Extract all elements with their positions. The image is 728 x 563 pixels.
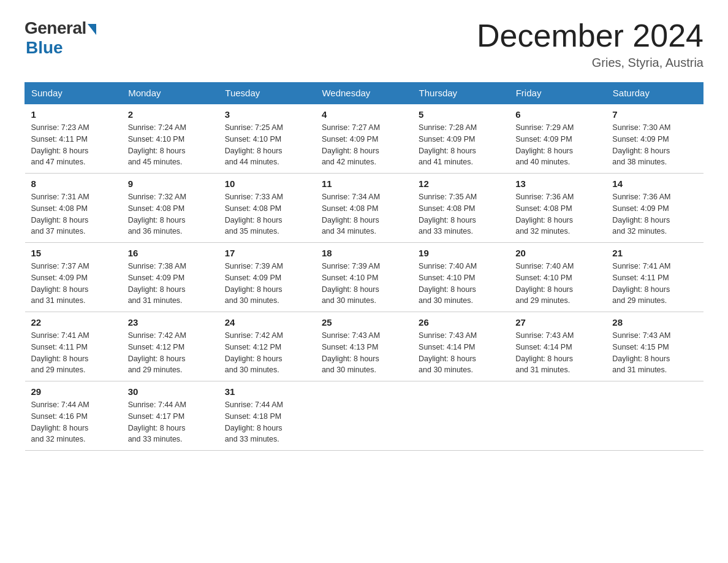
day-cell: 6Sunrise: 7:29 AMSunset: 4:09 PMDaylight… bbox=[509, 104, 606, 174]
day-info: Sunrise: 7:23 AMSunset: 4:11 PMDaylight:… bbox=[31, 122, 116, 168]
day-number: 20 bbox=[515, 248, 600, 258]
logo-arrow-icon bbox=[88, 24, 96, 35]
day-number: 13 bbox=[515, 178, 600, 189]
day-number: 17 bbox=[225, 248, 309, 258]
day-info: Sunrise: 7:43 AMSunset: 4:14 PMDaylight:… bbox=[515, 330, 600, 376]
day-info: Sunrise: 7:27 AMSunset: 4:09 PMDaylight:… bbox=[322, 122, 406, 168]
day-cell: 14Sunrise: 7:36 AMSunset: 4:09 PMDayligh… bbox=[606, 174, 703, 243]
day-cell: 17Sunrise: 7:39 AMSunset: 4:09 PMDayligh… bbox=[219, 243, 316, 312]
day-number: 27 bbox=[515, 317, 600, 327]
day-info: Sunrise: 7:32 AMSunset: 4:08 PMDaylight:… bbox=[128, 191, 213, 237]
column-header-tuesday: Tuesday bbox=[219, 83, 316, 104]
day-number: 11 bbox=[322, 178, 406, 189]
day-cell: 24Sunrise: 7:42 AMSunset: 4:12 PMDayligh… bbox=[219, 312, 316, 381]
day-cell: 22Sunrise: 7:41 AMSunset: 4:11 PMDayligh… bbox=[25, 312, 122, 381]
day-info: Sunrise: 7:40 AMSunset: 4:10 PMDaylight:… bbox=[419, 261, 503, 307]
day-cell: 5Sunrise: 7:28 AMSunset: 4:09 PMDaylight… bbox=[412, 104, 509, 174]
day-info: Sunrise: 7:41 AMSunset: 4:11 PMDaylight:… bbox=[612, 261, 697, 307]
week-row-5: 29Sunrise: 7:44 AMSunset: 4:16 PMDayligh… bbox=[25, 381, 703, 451]
column-header-friday: Friday bbox=[509, 83, 606, 104]
day-cell: 27Sunrise: 7:43 AMSunset: 4:14 PMDayligh… bbox=[509, 312, 606, 381]
day-info: Sunrise: 7:35 AMSunset: 4:08 PMDaylight:… bbox=[419, 191, 503, 237]
day-cell: 18Sunrise: 7:39 AMSunset: 4:10 PMDayligh… bbox=[316, 243, 412, 312]
title-section: December 2024 Gries, Styria, Austria bbox=[477, 18, 703, 70]
day-info: Sunrise: 7:34 AMSunset: 4:08 PMDaylight:… bbox=[322, 191, 406, 237]
day-cell: 7Sunrise: 7:30 AMSunset: 4:09 PMDaylight… bbox=[606, 104, 703, 174]
day-cell: 21Sunrise: 7:41 AMSunset: 4:11 PMDayligh… bbox=[606, 243, 703, 312]
day-info: Sunrise: 7:24 AMSunset: 4:10 PMDaylight:… bbox=[128, 122, 213, 168]
day-cell: 26Sunrise: 7:43 AMSunset: 4:14 PMDayligh… bbox=[412, 312, 509, 381]
day-cell: 11Sunrise: 7:34 AMSunset: 4:08 PMDayligh… bbox=[316, 174, 412, 243]
day-info: Sunrise: 7:36 AMSunset: 4:08 PMDaylight:… bbox=[515, 191, 600, 237]
day-number: 22 bbox=[31, 317, 116, 327]
day-cell: 9Sunrise: 7:32 AMSunset: 4:08 PMDaylight… bbox=[122, 174, 219, 243]
day-cell: 28Sunrise: 7:43 AMSunset: 4:15 PMDayligh… bbox=[606, 312, 703, 381]
day-number: 7 bbox=[612, 109, 697, 120]
day-cell: 2Sunrise: 7:24 AMSunset: 4:10 PMDaylight… bbox=[122, 104, 219, 174]
calendar-table: SundayMondayTuesdayWednesdayThursdayFrid… bbox=[25, 82, 703, 451]
column-header-saturday: Saturday bbox=[606, 83, 703, 104]
day-info: Sunrise: 7:43 AMSunset: 4:15 PMDaylight:… bbox=[612, 330, 697, 376]
day-number: 26 bbox=[419, 317, 503, 327]
day-number: 15 bbox=[31, 248, 116, 258]
day-cell bbox=[509, 381, 606, 451]
day-info: Sunrise: 7:30 AMSunset: 4:09 PMDaylight:… bbox=[612, 122, 697, 168]
day-cell: 31Sunrise: 7:44 AMSunset: 4:18 PMDayligh… bbox=[219, 381, 316, 451]
day-number: 21 bbox=[612, 248, 697, 258]
day-number: 29 bbox=[31, 386, 116, 397]
day-cell: 16Sunrise: 7:38 AMSunset: 4:09 PMDayligh… bbox=[122, 243, 219, 312]
column-header-sunday: Sunday bbox=[25, 83, 122, 104]
day-cell: 10Sunrise: 7:33 AMSunset: 4:08 PMDayligh… bbox=[219, 174, 316, 243]
day-number: 19 bbox=[419, 248, 503, 258]
day-cell: 15Sunrise: 7:37 AMSunset: 4:09 PMDayligh… bbox=[25, 243, 122, 312]
logo: General Blue bbox=[25, 18, 96, 58]
column-header-wednesday: Wednesday bbox=[316, 83, 412, 104]
day-number: 14 bbox=[612, 178, 697, 189]
day-number: 5 bbox=[419, 109, 503, 120]
day-info: Sunrise: 7:41 AMSunset: 4:11 PMDaylight:… bbox=[31, 330, 116, 376]
day-number: 16 bbox=[128, 248, 213, 258]
column-header-thursday: Thursday bbox=[412, 83, 509, 104]
week-row-3: 15Sunrise: 7:37 AMSunset: 4:09 PMDayligh… bbox=[25, 243, 703, 312]
day-info: Sunrise: 7:25 AMSunset: 4:10 PMDaylight:… bbox=[225, 122, 309, 168]
day-info: Sunrise: 7:44 AMSunset: 4:16 PMDaylight:… bbox=[31, 399, 116, 445]
day-number: 6 bbox=[515, 109, 600, 120]
day-cell: 25Sunrise: 7:43 AMSunset: 4:13 PMDayligh… bbox=[316, 312, 412, 381]
day-number: 2 bbox=[128, 109, 213, 120]
day-info: Sunrise: 7:33 AMSunset: 4:08 PMDaylight:… bbox=[225, 191, 309, 237]
day-number: 3 bbox=[225, 109, 309, 120]
day-cell: 1Sunrise: 7:23 AMSunset: 4:11 PMDaylight… bbox=[25, 104, 122, 174]
day-cell bbox=[316, 381, 412, 451]
day-number: 31 bbox=[225, 386, 309, 397]
day-number: 18 bbox=[322, 248, 406, 258]
calendar-title: December 2024 bbox=[477, 18, 703, 53]
day-cell: 29Sunrise: 7:44 AMSunset: 4:16 PMDayligh… bbox=[25, 381, 122, 451]
day-number: 23 bbox=[128, 317, 213, 327]
day-info: Sunrise: 7:43 AMSunset: 4:14 PMDaylight:… bbox=[419, 330, 503, 376]
day-info: Sunrise: 7:29 AMSunset: 4:09 PMDaylight:… bbox=[515, 122, 600, 168]
day-number: 1 bbox=[31, 109, 116, 120]
day-number: 12 bbox=[419, 178, 503, 189]
day-info: Sunrise: 7:28 AMSunset: 4:09 PMDaylight:… bbox=[419, 122, 503, 168]
page-header: General Blue December 2024 Gries, Styria… bbox=[25, 18, 703, 70]
day-info: Sunrise: 7:44 AMSunset: 4:18 PMDaylight:… bbox=[225, 399, 309, 445]
day-number: 28 bbox=[612, 317, 697, 327]
day-info: Sunrise: 7:39 AMSunset: 4:10 PMDaylight:… bbox=[322, 261, 406, 307]
day-number: 24 bbox=[225, 317, 309, 327]
day-info: Sunrise: 7:43 AMSunset: 4:13 PMDaylight:… bbox=[322, 330, 406, 376]
calendar-body: 1Sunrise: 7:23 AMSunset: 4:11 PMDaylight… bbox=[25, 104, 703, 451]
day-number: 9 bbox=[128, 178, 213, 189]
day-cell: 23Sunrise: 7:42 AMSunset: 4:12 PMDayligh… bbox=[122, 312, 219, 381]
logo-general-text: General bbox=[25, 18, 86, 38]
day-number: 25 bbox=[322, 317, 406, 327]
calendar-subtitle: Gries, Styria, Austria bbox=[477, 56, 703, 70]
day-number: 30 bbox=[128, 386, 213, 397]
day-cell: 20Sunrise: 7:40 AMSunset: 4:10 PMDayligh… bbox=[509, 243, 606, 312]
header-row: SundayMondayTuesdayWednesdayThursdayFrid… bbox=[25, 83, 703, 104]
day-info: Sunrise: 7:42 AMSunset: 4:12 PMDaylight:… bbox=[225, 330, 309, 376]
column-header-monday: Monday bbox=[122, 83, 219, 104]
week-row-4: 22Sunrise: 7:41 AMSunset: 4:11 PMDayligh… bbox=[25, 312, 703, 381]
day-info: Sunrise: 7:40 AMSunset: 4:10 PMDaylight:… bbox=[515, 261, 600, 307]
day-number: 10 bbox=[225, 178, 309, 189]
week-row-2: 8Sunrise: 7:31 AMSunset: 4:08 PMDaylight… bbox=[25, 174, 703, 243]
